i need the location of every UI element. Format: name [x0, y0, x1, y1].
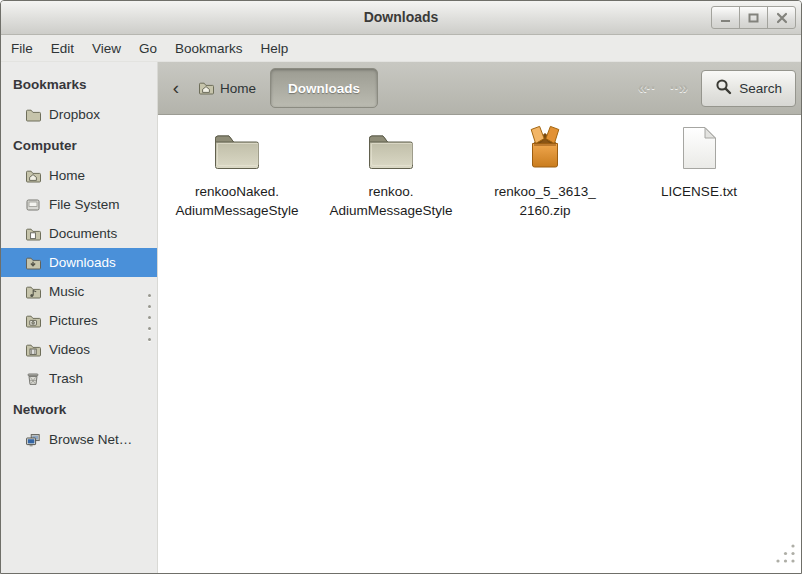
drive-icon — [25, 197, 41, 213]
sidebar-item-label: Dropbox — [49, 107, 100, 122]
menu-help[interactable]: Help — [252, 37, 298, 60]
sidebar-item-label: Trash — [49, 371, 83, 386]
file-item-license-txt[interactable]: LICENSE.txt — [622, 124, 776, 201]
close-button[interactable] — [767, 6, 796, 29]
sidebar-item-pictures[interactable]: Pictures — [1, 306, 157, 335]
sidebar-item-home[interactable]: Home — [1, 161, 157, 190]
folder-icon — [213, 124, 261, 170]
folder-icon — [367, 124, 415, 170]
trash-icon — [25, 371, 41, 387]
sidebar-item-label: Music — [49, 284, 84, 299]
sidebar-item-label: Videos — [49, 342, 90, 357]
sidebar-header-network: Network — [1, 393, 157, 425]
file-name: renkooNaked. AdiumMessageStyle — [175, 182, 298, 220]
breadcrumb-label: Home — [220, 81, 256, 96]
menu-file[interactable]: File — [2, 37, 42, 60]
file-item-renkoo-zip[interactable]: renkoo_5_3613_ 2160.zip — [468, 124, 622, 220]
maximize-icon — [748, 12, 760, 24]
file-item-renkoo-folder[interactable]: renkoo. AdiumMessageStyle — [314, 124, 468, 220]
sidebar-item-file-system[interactable]: File System — [1, 190, 157, 219]
breadcrumb-downloads[interactable]: Downloads — [270, 68, 378, 108]
sidebar: Bookmarks Dropbox Computer Home File Sys… — [1, 62, 158, 573]
titlebar[interactable]: Downloads — [1, 1, 801, 35]
menu-edit[interactable]: Edit — [42, 37, 83, 60]
network-icon — [25, 432, 41, 448]
breadcrumb-label: Downloads — [288, 81, 360, 96]
sidebar-item-browse-network[interactable]: Browse Net… — [1, 425, 157, 454]
sidebar-item-documents[interactable]: Documents — [1, 219, 157, 248]
sidebar-item-music[interactable]: Music — [1, 277, 157, 306]
menubar: File Edit View Go Bookmarks Help — [1, 35, 801, 62]
resize-grip[interactable] — [775, 543, 797, 569]
menu-bookmarks[interactable]: Bookmarks — [166, 37, 252, 60]
window-controls — [712, 6, 796, 29]
file-list[interactable]: renkooNaked. AdiumMessageStyle renkoo. A… — [158, 115, 801, 573]
sidebar-header-bookmarks: Bookmarks — [1, 68, 157, 100]
pictures-folder-icon — [25, 313, 41, 329]
window-title: Downloads — [1, 9, 801, 25]
sidebar-item-label: Downloads — [49, 255, 116, 270]
menu-go[interactable]: Go — [130, 37, 166, 60]
sidebar-resize-handle[interactable] — [148, 294, 156, 341]
home-folder-icon — [25, 168, 41, 184]
videos-folder-icon — [25, 342, 41, 358]
search-icon — [715, 78, 732, 98]
music-folder-icon — [25, 284, 41, 300]
search-button-label: Search — [739, 81, 782, 96]
sidebar-item-label: Pictures — [49, 313, 98, 328]
maximize-button[interactable] — [739, 6, 768, 29]
sidebar-item-videos[interactable]: Videos — [1, 335, 157, 364]
home-folder-icon — [198, 80, 214, 96]
sidebar-item-label: Browse Net… — [49, 432, 132, 447]
history-forward-button[interactable]: ··» — [669, 78, 687, 98]
back-chevron-icon[interactable]: ‹ — [164, 78, 188, 97]
close-icon — [776, 12, 788, 24]
file-name: LICENSE.txt — [661, 182, 737, 201]
file-manager-window: Downloads File Edit View Go Bookmarks He… — [0, 0, 802, 574]
downloads-folder-icon — [25, 255, 41, 271]
sidebar-item-dropbox[interactable]: Dropbox — [1, 100, 157, 129]
menu-view[interactable]: View — [83, 37, 130, 60]
minimize-icon — [720, 12, 732, 24]
breadcrumb-home[interactable]: Home — [188, 68, 266, 108]
file-name: renkoo_5_3613_ 2160.zip — [494, 182, 595, 220]
sidebar-item-label: File System — [49, 197, 120, 212]
zip-archive-icon — [523, 124, 567, 170]
sidebar-item-trash[interactable]: Trash — [1, 364, 157, 393]
search-button[interactable]: Search — [701, 70, 796, 107]
history-back-button[interactable]: «·· — [638, 78, 656, 98]
text-file-icon — [682, 124, 717, 170]
folder-icon — [25, 107, 41, 123]
sidebar-item-downloads[interactable]: Downloads — [1, 248, 157, 277]
toolbar: ‹ Home Downloads «·· ··» — [158, 62, 801, 115]
minimize-button[interactable] — [711, 6, 740, 29]
file-name: renkoo. AdiumMessageStyle — [329, 182, 452, 220]
documents-folder-icon — [25, 226, 41, 242]
sidebar-item-label: Documents — [49, 226, 117, 241]
file-item-renkoonaked-folder[interactable]: renkooNaked. AdiumMessageStyle — [160, 124, 314, 220]
sidebar-item-label: Home — [49, 168, 85, 183]
sidebar-header-computer: Computer — [1, 129, 157, 161]
